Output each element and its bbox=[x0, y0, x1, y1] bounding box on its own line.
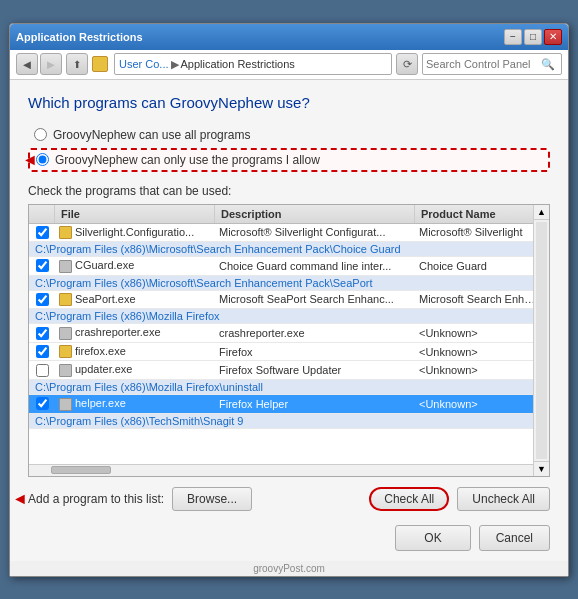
scroll-down-button[interactable]: ▼ bbox=[534, 461, 549, 476]
nav-buttons: ◄ ► bbox=[16, 53, 62, 75]
radio-all-programs[interactable]: GroovyNephew can use all programs bbox=[28, 125, 550, 145]
breadcrumb-userco[interactable]: User Co... bbox=[119, 58, 169, 70]
table-row-group[interactable]: C:\Program Files (x86)\TechSmith\Snagit … bbox=[29, 414, 533, 429]
radio-all-label: GroovyNephew can use all programs bbox=[53, 128, 250, 142]
row-file: CGuard.exe bbox=[55, 257, 215, 275]
ok-cancel-bar: OK Cancel bbox=[28, 521, 550, 551]
radio-allowed-input[interactable] bbox=[36, 153, 49, 166]
search-box[interactable]: 🔍 bbox=[422, 53, 562, 75]
table-row-group[interactable]: C:\Program Files (x86)\Mozilla Firefox\u… bbox=[29, 380, 533, 395]
table-scroll-area: File Description Product Name Silverligh… bbox=[29, 205, 533, 476]
group-path: C:\Program Files (x86)\TechSmith\Snagit … bbox=[35, 415, 527, 427]
table-row-group[interactable]: C:\Program Files (x86)\Microsoft\Search … bbox=[29, 242, 533, 257]
programs-table: File Description Product Name Silverligh… bbox=[28, 204, 550, 477]
row-description: Firefox Helper bbox=[215, 396, 415, 412]
row-description: Choice Guard command line inter... bbox=[215, 258, 415, 274]
maximize-button[interactable]: □ bbox=[524, 29, 542, 45]
bottom-action-bar: ◄ Add a program to this list: Browse... … bbox=[28, 487, 550, 511]
row-product: <Unknown> bbox=[415, 396, 533, 412]
row-description: Firefox Software Updater bbox=[215, 362, 415, 378]
page-title: Which programs can GroovyNephew use? bbox=[28, 94, 550, 111]
row-checkbox[interactable] bbox=[29, 395, 55, 412]
forward-button[interactable]: ► bbox=[40, 53, 62, 75]
table-row[interactable]: SeaPort.exe Microsoft SeaPort Search Enh… bbox=[29, 291, 533, 310]
application-window: Application Restrictions − □ ✕ ◄ ► ⬆ Use… bbox=[9, 23, 569, 577]
file-icon bbox=[59, 398, 72, 411]
row-product: Microsoft® Silverlight bbox=[415, 224, 533, 240]
radio-all-input[interactable] bbox=[34, 128, 47, 141]
title-bar: Application Restrictions − □ ✕ bbox=[10, 24, 568, 50]
row-description: Microsoft® Silverlight Configurat... bbox=[215, 224, 415, 240]
ok-button[interactable]: OK bbox=[395, 525, 470, 551]
scroll-thumb-h[interactable] bbox=[51, 466, 111, 474]
file-icon bbox=[59, 327, 72, 340]
table-row[interactable]: CGuard.exe Choice Guard command line int… bbox=[29, 257, 533, 276]
row-file: firefox.exe bbox=[55, 343, 215, 361]
row-checkbox[interactable] bbox=[29, 325, 55, 342]
file-icon bbox=[59, 260, 72, 273]
close-button[interactable]: ✕ bbox=[544, 29, 562, 45]
row-checkbox[interactable] bbox=[29, 343, 55, 360]
group-path: C:\Program Files (x86)\Mozilla Firefox\u… bbox=[35, 381, 527, 393]
content-area: Which programs can GroovyNephew use? Gro… bbox=[10, 80, 568, 561]
back-button[interactable]: ◄ bbox=[16, 53, 38, 75]
group-path: C:\Program Files (x86)\Mozilla Firefox bbox=[35, 310, 527, 322]
table-row[interactable]: updater.exe Firefox Software Updater <Un… bbox=[29, 361, 533, 380]
browse-button[interactable]: Browse... bbox=[172, 487, 252, 511]
breadcrumb-apprestr[interactable]: Application Restrictions bbox=[181, 58, 295, 70]
table-row[interactable]: helper.exe Firefox Helper <Unknown> bbox=[29, 395, 533, 414]
check-all-button[interactable]: Check All bbox=[369, 487, 449, 511]
radio-group: GroovyNephew can use all programs Groovy… bbox=[28, 125, 550, 172]
row-description: crashreporter.exe bbox=[215, 325, 415, 341]
scroll-up-button[interactable]: ▲ bbox=[534, 205, 549, 220]
refresh-button[interactable]: ⟳ bbox=[396, 53, 418, 75]
uncheck-all-button[interactable]: Uncheck All bbox=[457, 487, 550, 511]
table-header: File Description Product Name bbox=[29, 205, 533, 224]
file-icon bbox=[59, 226, 72, 239]
row-file: Silverlight.Configuratio... bbox=[55, 224, 215, 242]
radio-allowed-programs[interactable]: GroovyNephew can only use the programs I… bbox=[28, 148, 550, 172]
row-checkbox[interactable] bbox=[29, 257, 55, 274]
horizontal-scrollbar[interactable] bbox=[29, 464, 533, 476]
scroll-thumb-v[interactable] bbox=[536, 222, 547, 459]
row-description: Microsoft SeaPort Search Enhanc... bbox=[215, 291, 415, 307]
row-file: crashreporter.exe bbox=[55, 324, 215, 342]
row-product: Choice Guard bbox=[415, 258, 533, 274]
row-product: <Unknown> bbox=[415, 344, 533, 360]
col-product: Product Name bbox=[415, 205, 533, 223]
table-row[interactable]: crashreporter.exe crashreporter.exe <Unk… bbox=[29, 324, 533, 343]
row-file: helper.exe bbox=[55, 395, 215, 413]
window-controls: − □ ✕ bbox=[504, 29, 562, 45]
cancel-button[interactable]: Cancel bbox=[479, 525, 550, 551]
row-checkbox[interactable] bbox=[29, 291, 55, 308]
file-icon bbox=[59, 293, 72, 306]
row-checkbox[interactable] bbox=[29, 224, 55, 241]
table-row[interactable]: firefox.exe Firefox <Unknown> bbox=[29, 343, 533, 362]
vertical-scrollbar[interactable]: ▲ ▼ bbox=[533, 205, 549, 476]
table-row[interactable]: Silverlight.Configuratio... Microsoft® S… bbox=[29, 224, 533, 243]
search-icon: 🔍 bbox=[541, 58, 555, 71]
row-checkbox[interactable] bbox=[29, 362, 55, 379]
row-product: <Unknown> bbox=[415, 362, 533, 378]
search-input[interactable] bbox=[426, 58, 541, 70]
file-icon bbox=[59, 345, 72, 358]
table-row-group[interactable]: C:\Program Files (x86)\Microsoft\Search … bbox=[29, 276, 533, 291]
file-icon bbox=[59, 364, 72, 377]
group-path: C:\Program Files (x86)\Microsoft\Search … bbox=[35, 243, 527, 255]
check-section-label: Check the programs that can be used: bbox=[28, 184, 550, 198]
col-file: File bbox=[55, 205, 215, 223]
table-wrapper: File Description Product Name Silverligh… bbox=[29, 205, 549, 476]
arrow-indicator-left: ◄ bbox=[12, 490, 28, 508]
col-description: Description bbox=[215, 205, 415, 223]
watermark: groovyPost.com bbox=[10, 561, 568, 576]
group-path: C:\Program Files (x86)\Microsoft\Search … bbox=[35, 277, 527, 289]
table-row-group[interactable]: C:\Program Files (x86)\Mozilla Firefox bbox=[29, 309, 533, 324]
minimize-button[interactable]: − bbox=[504, 29, 522, 45]
table-body[interactable]: Silverlight.Configuratio... Microsoft® S… bbox=[29, 224, 533, 464]
up-button[interactable]: ⬆ bbox=[66, 53, 88, 75]
col-checkbox bbox=[29, 205, 55, 223]
breadcrumb[interactable]: User Co... ▶ Application Restrictions bbox=[114, 53, 392, 75]
row-description: Firefox bbox=[215, 344, 415, 360]
row-product: <Unknown> bbox=[415, 325, 533, 341]
address-bar: ◄ ► ⬆ User Co... ▶ Application Restricti… bbox=[10, 50, 568, 80]
